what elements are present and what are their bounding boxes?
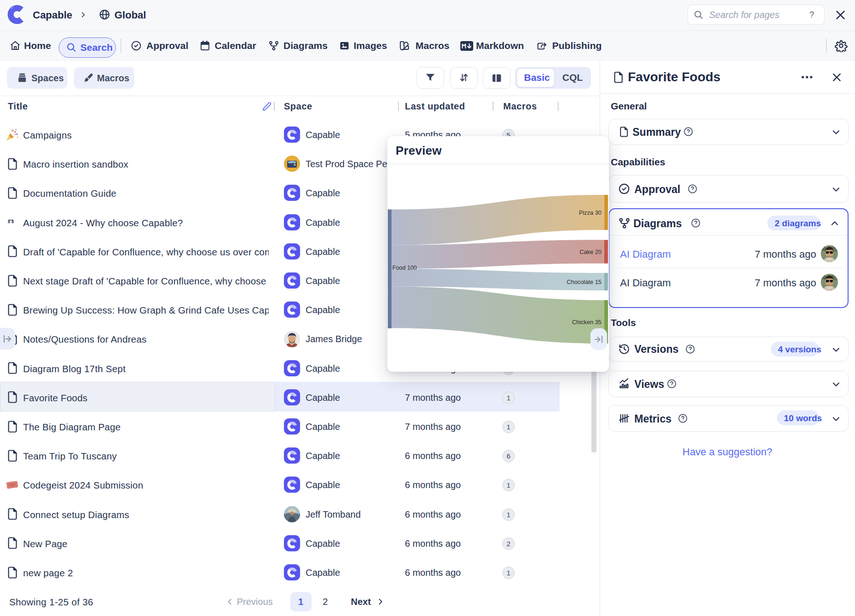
svg-text:Food 100: Food 100 <box>392 265 417 271</box>
svg-text:Chocolate 15: Chocolate 15 <box>567 278 602 285</box>
svg-text:Chicken 35: Chicken 35 <box>572 319 602 326</box>
svg-text:Cake 20: Cake 20 <box>579 248 602 255</box>
svg-text:Pizza 30: Pizza 30 <box>579 209 602 216</box>
